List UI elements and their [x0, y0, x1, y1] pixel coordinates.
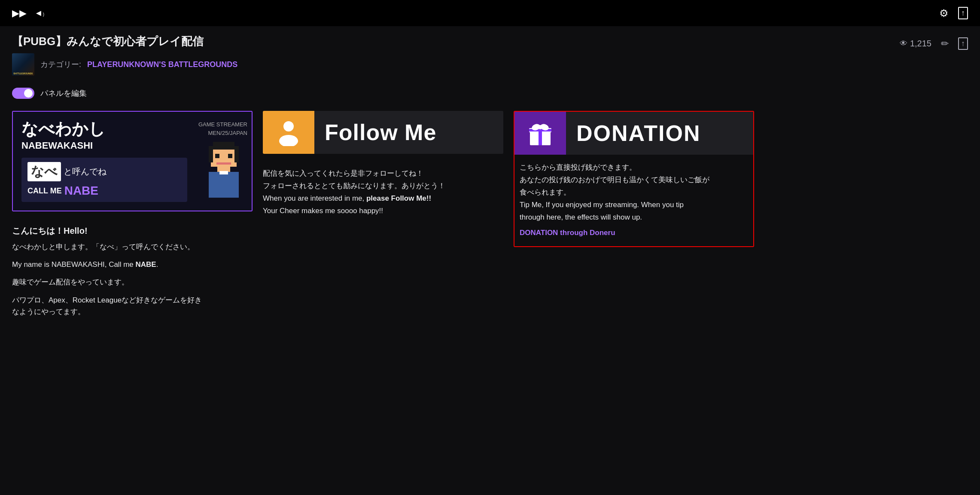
stream-title-area: 【PUBG】みんなで初心者プレイ配信 👁 1,215 ✏ ↑ カテゴリー: PL…: [0, 26, 980, 76]
follow-desc3: When you are interested in me, please Fo…: [263, 192, 503, 205]
follow-banner: Follow Me: [263, 111, 503, 154]
toggle-knob: [24, 89, 33, 98]
svg-rect-5: [216, 162, 231, 165]
donation-gift-icon: [527, 119, 554, 147]
profile-desc2: My name is NABEWAKASHI, Call me NABE.: [12, 259, 253, 270]
viewer-number: 1,215: [910, 39, 931, 49]
profile-desc1: なべわかしと申します。「なべ」って呼んでください。: [12, 241, 253, 253]
donation-text-content: こちらから直接投げ銭ができます。 あなたの投げ銭のおかげで明日も温かくて美味しい…: [514, 155, 753, 246]
panel-edit-label: パネルを編集: [40, 88, 87, 98]
stream-title-row: 【PUBG】みんなで初心者プレイ配信 👁 1,215 ✏ ↑: [12, 34, 968, 53]
call-me-en: CALL ME: [27, 186, 62, 196]
stream-meta: カテゴリー: PLAYERUNKNOWN'S BATTLEGROUNDS: [12, 53, 968, 76]
edit-title-icon[interactable]: ✏: [941, 38, 949, 49]
play-button[interactable]: ▶: [12, 8, 27, 19]
donation-panel: DONATION こちらから直接投げ銭ができます。 あなたの投げ銭のおかげで明日…: [514, 111, 754, 247]
donation-title-box: DONATION: [566, 112, 753, 155]
title-actions: 👁 1,215 ✏ ↑: [900, 37, 968, 50]
profile-desc2-text: My name is NABEWAKASHI, Call me: [12, 260, 136, 269]
follow-text-box: Follow Me: [314, 111, 503, 154]
follow-person-icon: [275, 119, 302, 146]
donation-link[interactable]: DONATION through Doneru: [520, 227, 615, 239]
profile-greeting: こんにちは！Hello!: [12, 225, 253, 237]
svg-rect-3: [215, 154, 219, 158]
eye-icon: 👁: [900, 39, 907, 48]
profile-desc2-bold: NABE: [136, 260, 156, 269]
controls-left: ▶ ◄): [12, 8, 44, 19]
viewer-count: 👁 1,215: [900, 39, 931, 49]
svg-rect-6: [209, 150, 213, 162]
profile-desc2-end: .: [156, 260, 158, 269]
banner-text: なべわかし NABEWAKASHI なべ と呼んでね CALL ME NABE: [13, 112, 196, 211]
pixel-character: [200, 133, 247, 211]
follow-desc2: フォローされるととても励みになります。ありがとう！: [263, 180, 503, 192]
panel-edit-area: パネルを編集: [0, 76, 980, 99]
donation-title: DONATION: [576, 120, 700, 146]
donation-desc3: Tip Me, If you enjoyed my streaming. Whe…: [520, 199, 748, 224]
follow-title: Follow Me: [325, 119, 436, 145]
follow-desc3-bold: please Follow Me!!: [366, 194, 431, 202]
profile-banner-image: なべわかし NABEWAKASHI なべ と呼んでね CALL ME NABE: [12, 111, 253, 211]
call-me-ja: なべ: [27, 162, 61, 181]
svg-rect-9: [209, 172, 239, 198]
category-link[interactable]: PLAYERUNKNOWN'S BATTLEGROUNDS: [87, 60, 237, 69]
stream-title: 【PUBG】みんなで初心者プレイ配信: [12, 34, 204, 49]
game-thumb-image: [12, 53, 34, 76]
svg-rect-10: [219, 171, 228, 174]
svg-point-19: [538, 125, 542, 129]
banner-char: GAME STREAMERMEN/25/JAPAN: [196, 112, 252, 211]
banner-title-en: NABEWAKASHI: [21, 140, 187, 151]
follow-icon-box: [263, 111, 314, 154]
call-me-nabe: NABE: [64, 184, 98, 198]
follow-desc4: Your Cheer makes me soooo happy!!: [263, 205, 503, 217]
svg-point-12: [279, 135, 298, 146]
svg-point-11: [283, 121, 294, 131]
profile-desc4: パワプロ、Apex、Rocket Leagueなど好きなゲームを好きなようにやっ…: [12, 294, 253, 318]
banner-top: なべわかし NABEWAKASHI なべ と呼んでね CALL ME NABE: [13, 112, 252, 211]
call-me-text: と呼んでね: [64, 166, 107, 177]
donation-desc2: あなたの投げ銭のおかげで明日も温かくて美味しいご飯が食べられます。: [520, 174, 748, 199]
svg-rect-0: [213, 142, 234, 146]
follow-text-content: 配信を気に入ってくれたら是非フォローしてね！ フォローされるととても励みになりま…: [263, 161, 503, 224]
category-label: カテゴリー:: [40, 59, 81, 70]
controls-right: ⚙ ↑: [939, 7, 968, 19]
svg-rect-1: [209, 146, 239, 150]
profile-panel: なべわかし NABEWAKASHI なべ と呼んでね CALL ME NABE: [12, 111, 253, 330]
donation-desc1: こちらから直接投げ銭ができます。: [520, 162, 748, 174]
svg-rect-7: [234, 150, 239, 162]
profile-text: こんにちは！Hello! なべわかしと申します。「なべ」って呼んでください。 M…: [12, 218, 253, 330]
follow-banner-image: Follow Me: [263, 111, 503, 154]
follow-desc3-text: When you are interested in me,: [263, 194, 366, 202]
follow-panel: Follow Me 配信を気に入ってくれたら是非フォローしてね！ フォローされる…: [263, 111, 503, 224]
game-thumbnail: [12, 53, 34, 76]
follow-desc1: 配信を気に入ってくれたら是非フォローしてね！: [263, 168, 503, 180]
share-title-icon[interactable]: ↑: [958, 37, 968, 50]
donation-banner: DONATION: [514, 112, 753, 155]
svg-rect-4: [228, 154, 232, 158]
profile-desc3: 趣味でゲーム配信をやっています。: [12, 276, 253, 288]
panel-edit-toggle[interactable]: [12, 88, 34, 99]
donation-icon-box: [514, 112, 566, 155]
video-controls-bar: ▶ ◄) ⚙ ↑: [0, 0, 980, 26]
panels-container: なべわかし NABEWAKASHI なべ と呼んでね CALL ME NABE: [0, 99, 980, 330]
banner-subtitle: GAME STREAMERMEN/25/JAPAN: [198, 120, 247, 137]
volume-button[interactable]: ◄): [34, 8, 44, 18]
share-icon[interactable]: ↑: [958, 7, 968, 19]
banner-title-ja: なべわかし: [21, 120, 187, 138]
settings-icon[interactable]: ⚙: [939, 7, 949, 19]
